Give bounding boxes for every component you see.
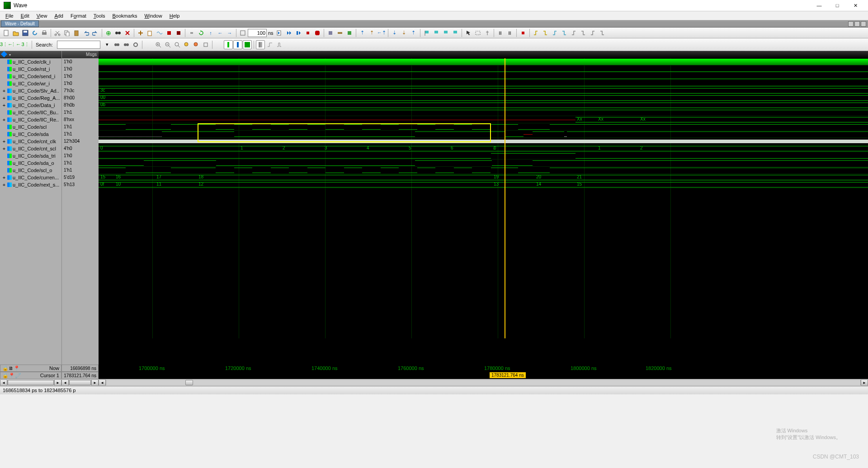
delete-button[interactable] (123, 28, 132, 37)
breaksim-button[interactable] (303, 28, 312, 37)
fall4-button[interactable] (598, 28, 607, 37)
run-time-input[interactable] (248, 29, 267, 37)
signal-row[interactable]: u_IIC_Code/send_i (0, 73, 61, 80)
zoomrange-button[interactable] (192, 40, 201, 49)
select-button[interactable] (464, 28, 473, 37)
redo-button[interactable] (91, 28, 100, 37)
maximize-button[interactable]: □ (828, 0, 846, 11)
mode4-button[interactable] (256, 40, 265, 49)
break-button[interactable] (165, 28, 174, 37)
compileall-button[interactable] (146, 28, 155, 37)
tab-close-button[interactable] (861, 21, 866, 27)
reload-button[interactable] (30, 28, 39, 37)
stopsim-button[interactable] (313, 28, 322, 37)
open-button[interactable] (11, 28, 20, 37)
expand-toggle[interactable]: + (2, 88, 6, 94)
menu-edit[interactable]: Edit (17, 12, 33, 19)
expand-button[interactable]: ⫼ (496, 28, 505, 37)
menu-bookmarks[interactable]: Bookmarks (109, 12, 141, 19)
wave-tab[interactable]: Wave - Default (1, 20, 39, 27)
print-button[interactable] (40, 28, 49, 37)
signal-row[interactable]: +u_IIC_Code/curren... (0, 174, 61, 181)
zoomfull-button[interactable] (173, 40, 182, 49)
bookmark3-button[interactable] (441, 28, 450, 37)
zoomother-button[interactable] (201, 40, 210, 49)
signal-row[interactable]: u_IIC_Code/sda_tri (0, 152, 61, 159)
search-input[interactable] (57, 41, 100, 49)
menu-help[interactable]: Help (166, 12, 184, 19)
find-button[interactable] (113, 28, 123, 37)
signal-row[interactable]: +u_IIC_Code/Reg_A... (0, 94, 61, 102)
prev-trans-button[interactable]: ⇡ (358, 28, 367, 37)
bookmark1-button[interactable] (422, 28, 431, 37)
stop-button[interactable] (174, 28, 183, 37)
cursor-ruler[interactable]: 1783121.764 ns (99, 372, 868, 379)
wave-area[interactable]: 3c000bXxXxXx01234567012151617181920210f1… (99, 51, 868, 365)
mode2-button[interactable] (233, 40, 242, 49)
menu-window[interactable]: Window (141, 12, 166, 19)
mode5-button[interactable] (265, 40, 274, 49)
expand-toggle[interactable]: + (2, 175, 6, 180)
tab-undock-button[interactable] (854, 21, 860, 27)
signal-list[interactable]: u_IIC_Code/clk_iu_IIC_Code/rst_iu_IIC_Co… (0, 58, 61, 365)
signal-row[interactable]: +u_IIC_Code/Data_i (0, 102, 61, 109)
sig3-button[interactable]: 3⋮ (21, 40, 30, 49)
sig2-button[interactable]: ⋮← (11, 40, 20, 49)
menu-tools[interactable]: Tools (90, 12, 109, 19)
menu-file[interactable]: File (2, 12, 17, 19)
coverage-button[interactable] (345, 28, 354, 37)
search-opt-button[interactable] (131, 40, 140, 49)
edge-up-button[interactable]: ⇡ (409, 28, 418, 37)
paste-button[interactable] (72, 28, 81, 37)
expand-toggle[interactable]: + (2, 182, 6, 187)
fall2-button[interactable] (560, 28, 569, 37)
rise4-button[interactable] (589, 28, 598, 37)
prev-edge-button[interactable]: ←⇡ (377, 28, 386, 37)
restart-button[interactable] (197, 28, 206, 37)
fall3-button[interactable] (579, 28, 588, 37)
step-button[interactable] (238, 28, 247, 37)
signal-row[interactable]: u_IIC_Code/sda_o (0, 159, 61, 167)
expand-toggle[interactable]: + (2, 146, 6, 151)
run-up-button[interactable]: ↑ (206, 28, 215, 37)
run-back-button[interactable]: ← (216, 28, 225, 37)
signal-row[interactable]: u_IIC_Code/IIC_Bu.. (0, 109, 61, 116)
rise-button[interactable] (532, 28, 541, 37)
diamond-icon[interactable] (1, 51, 7, 57)
time-ruler[interactable]: 1700000 ns1720000 ns1740000 ns1760000 ns… (99, 365, 868, 372)
compile-button[interactable] (136, 28, 145, 37)
signal-row[interactable]: u_IIC_Code/wr_i (0, 80, 61, 87)
continue-button[interactable] (294, 28, 303, 37)
dataflow-button[interactable] (335, 28, 344, 37)
expand-toggle[interactable]: + (2, 103, 6, 108)
stop3-button[interactable] (519, 28, 528, 37)
rise3-button[interactable] (570, 28, 579, 37)
minimize-button[interactable]: — (810, 0, 828, 11)
zoomcursor-button[interactable] (182, 40, 191, 49)
menu-add[interactable]: Add (51, 12, 67, 19)
copy-button[interactable] (62, 28, 71, 37)
signal-row[interactable]: u_IIC_Code/clk_i (0, 58, 61, 66)
new-button[interactable] (2, 28, 11, 37)
undo-button[interactable] (81, 28, 90, 37)
expand-toggle[interactable]: + (2, 139, 6, 144)
signal-row[interactable]: +u_IIC_Code/next_s... (0, 181, 61, 188)
signal-row[interactable]: u_IIC_Code/rst_i (0, 66, 61, 73)
run-fwd-button[interactable]: → (225, 28, 234, 37)
sig1-button[interactable]: 3⋮← (2, 40, 11, 49)
rise2-button[interactable] (551, 28, 560, 37)
sim-button[interactable] (155, 28, 164, 37)
next-trans-button[interactable]: ⇡ (368, 28, 377, 37)
zoomin-button[interactable] (154, 40, 163, 49)
signal-hscroll[interactable]: ◄► (0, 379, 61, 386)
wave-hscroll[interactable]: ◄► (99, 379, 868, 386)
tab-addcol-button[interactable] (848, 21, 854, 27)
add-button[interactable]: ⊕ (104, 28, 113, 37)
next-edge-button[interactable]: ⇣ (390, 28, 399, 37)
zoomout-button[interactable] (163, 40, 172, 49)
search-prev-button[interactable] (112, 40, 121, 49)
runall-button[interactable] (284, 28, 293, 37)
signal-row[interactable]: u_IIC_Code/sda (0, 131, 61, 138)
signal-row[interactable]: +u_IIC_Code/cnt_clk (0, 138, 61, 145)
cursor-1[interactable] (505, 58, 505, 338)
